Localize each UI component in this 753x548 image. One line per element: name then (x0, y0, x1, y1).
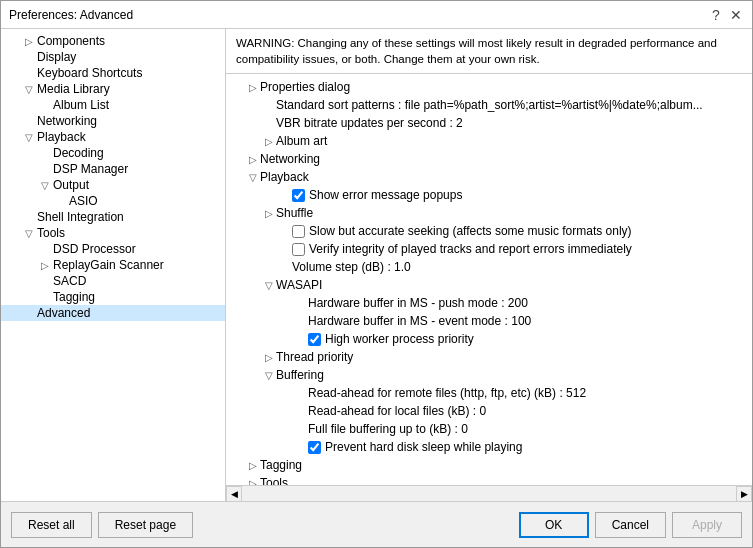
settings-row-prevent-sleep[interactable]: Prevent hard disk sleep while playing (226, 438, 752, 456)
settings-row-full-file-buffering[interactable]: Full file buffering up to (kB) : 0 (226, 420, 752, 438)
sidebar-item-playback[interactable]: ▽ Playback (1, 129, 225, 145)
sidebar-item-media-library[interactable]: ▽ Media Library (1, 81, 225, 97)
sidebar-item-advanced[interactable]: Advanced (1, 305, 225, 321)
settings-label-volume-step: Volume step (dB) : 1.0 (292, 260, 411, 274)
settings-label-properties-dialog: Properties dialog (260, 80, 350, 94)
sidebar-label-sacd: SACD (53, 274, 86, 288)
settings-label-wasapi: WASAPI (276, 278, 322, 292)
expand-icon-shuffle: ▷ (262, 208, 276, 219)
settings-row-tools-group[interactable]: ▷ Tools (226, 474, 752, 485)
warning-text: WARNING: Changing any of these settings … (236, 37, 717, 65)
settings-row-show-error[interactable]: Show error message popups (226, 186, 752, 204)
title-bar: Preferences: Advanced ? ✕ (1, 1, 752, 29)
checkbox-high-worker-input[interactable] (308, 333, 321, 346)
settings-label-read-ahead-remote: Read-ahead for remote files (http, ftp, … (308, 386, 586, 400)
sidebar-label-components: Components (37, 34, 105, 48)
expand-icon-replaygain: ▷ (37, 260, 53, 271)
expand-icon-wasapi: ▽ (262, 280, 276, 291)
horizontal-scrollbar[interactable]: ◀ ▶ (226, 485, 752, 501)
settings-row-album-art[interactable]: ▷ Album art (226, 132, 752, 150)
sidebar-item-replaygain[interactable]: ▷ ReplayGain Scanner (1, 257, 225, 273)
settings-row-standard-sort[interactable]: Standard sort patterns : file path=%path… (226, 96, 752, 114)
bottom-bar: Reset all Reset page OK Cancel Apply (1, 501, 752, 547)
content-area: ▷ Components Display Keyboard Shortcuts … (1, 29, 752, 501)
checkbox-high-worker[interactable]: High worker process priority (308, 332, 474, 346)
settings-label-album-art: Album art (276, 134, 327, 148)
sidebar-label-replaygain: ReplayGain Scanner (53, 258, 164, 272)
settings-row-hw-buffer-event[interactable]: Hardware buffer in MS - event mode : 100 (226, 312, 752, 330)
sidebar-item-components[interactable]: ▷ Components (1, 33, 225, 49)
settings-area[interactable]: ▷ Properties dialog Standard sort patter… (226, 74, 752, 485)
checkbox-prevent-sleep-input[interactable] (308, 441, 321, 454)
sidebar-item-networking[interactable]: Networking (1, 113, 225, 129)
scroll-left-btn[interactable]: ◀ (226, 486, 242, 502)
settings-label-playback-group: Playback (260, 170, 309, 184)
settings-label-hw-buffer-push: Hardware buffer in MS - push mode : 200 (308, 296, 528, 310)
scroll-right-btn[interactable]: ▶ (736, 486, 752, 502)
sidebar-item-keyboard-shortcuts[interactable]: Keyboard Shortcuts (1, 65, 225, 81)
sidebar-label-asio: ASIO (69, 194, 98, 208)
settings-row-playback-group[interactable]: ▽ Playback (226, 168, 752, 186)
help-button[interactable]: ? (708, 7, 724, 23)
reset-all-button[interactable]: Reset all (11, 512, 92, 538)
sidebar-item-album-list[interactable]: Album List (1, 97, 225, 113)
settings-row-wasapi[interactable]: ▽ WASAPI (226, 276, 752, 294)
sidebar-label-album-list: Album List (53, 98, 109, 112)
settings-row-buffering[interactable]: ▽ Buffering (226, 366, 752, 384)
sidebar-item-output[interactable]: ▽ Output (1, 177, 225, 193)
sidebar-item-dsd-processor[interactable]: DSD Processor (1, 241, 225, 257)
scroll-track[interactable] (242, 486, 736, 502)
sidebar-label-keyboard-shortcuts: Keyboard Shortcuts (37, 66, 142, 80)
apply-button[interactable]: Apply (672, 512, 742, 538)
settings-row-thread-priority[interactable]: ▷ Thread priority (226, 348, 752, 366)
settings-label-shuffle: Shuffle (276, 206, 313, 220)
settings-row-networking[interactable]: ▷ Networking (226, 150, 752, 168)
sidebar-item-sacd[interactable]: SACD (1, 273, 225, 289)
sidebar-label-media-library: Media Library (37, 82, 110, 96)
sidebar-item-tagging[interactable]: Tagging (1, 289, 225, 305)
sidebar-item-shell-integration[interactable]: Shell Integration (1, 209, 225, 225)
settings-row-shuffle[interactable]: ▷ Shuffle (226, 204, 752, 222)
checkbox-slow-accurate[interactable]: Slow but accurate seeking (affects some … (292, 224, 632, 238)
settings-row-volume-step[interactable]: Volume step (dB) : 1.0 (226, 258, 752, 276)
sidebar-label-dsd-processor: DSD Processor (53, 242, 136, 256)
settings-label-read-ahead-local: Read-ahead for local files (kB) : 0 (308, 404, 486, 418)
settings-row-read-ahead-remote[interactable]: Read-ahead for remote files (http, ftp, … (226, 384, 752, 402)
sidebar-label-networking: Networking (37, 114, 97, 128)
settings-label-prevent-sleep: Prevent hard disk sleep while playing (325, 440, 522, 454)
settings-row-high-worker[interactable]: High worker process priority (226, 330, 752, 348)
sidebar-item-dsp-manager[interactable]: DSP Manager (1, 161, 225, 177)
checkbox-show-error[interactable]: Show error message popups (292, 188, 462, 202)
expand-icon-components: ▷ (21, 36, 37, 47)
sidebar-item-asio[interactable]: ASIO (1, 193, 225, 209)
expand-icon-album-art: ▷ (262, 136, 276, 147)
checkbox-show-error-input[interactable] (292, 189, 305, 202)
expand-icon-tagging-group: ▷ (246, 460, 260, 471)
settings-row-vbr-bitrate[interactable]: VBR bitrate updates per second : 2 (226, 114, 752, 132)
sidebar: ▷ Components Display Keyboard Shortcuts … (1, 29, 226, 501)
checkbox-verify-integrity[interactable]: Verify integrity of played tracks and re… (292, 242, 632, 256)
title-bar-left: Preferences: Advanced (9, 8, 133, 22)
sidebar-label-playback: Playback (37, 130, 86, 144)
ok-button[interactable]: OK (519, 512, 589, 538)
sidebar-label-display: Display (37, 50, 76, 64)
close-button[interactable]: ✕ (728, 7, 744, 23)
sidebar-label-advanced: Advanced (37, 306, 90, 320)
settings-row-hw-buffer-push[interactable]: Hardware buffer in MS - push mode : 200 (226, 294, 752, 312)
checkbox-verify-integrity-input[interactable] (292, 243, 305, 256)
reset-page-button[interactable]: Reset page (98, 512, 193, 538)
settings-row-read-ahead-local[interactable]: Read-ahead for local files (kB) : 0 (226, 402, 752, 420)
sidebar-item-tools[interactable]: ▽ Tools (1, 225, 225, 241)
checkbox-slow-accurate-input[interactable] (292, 225, 305, 238)
expand-icon-playback: ▽ (21, 132, 37, 143)
checkbox-prevent-sleep[interactable]: Prevent hard disk sleep while playing (308, 440, 522, 454)
sidebar-item-display[interactable]: Display (1, 49, 225, 65)
bottom-right-buttons: OK Cancel Apply (519, 512, 742, 538)
title-bar-right: ? ✕ (708, 7, 744, 23)
settings-row-properties-dialog[interactable]: ▷ Properties dialog (226, 78, 752, 96)
cancel-button[interactable]: Cancel (595, 512, 666, 538)
settings-row-tagging-group[interactable]: ▷ Tagging (226, 456, 752, 474)
settings-row-verify-integrity[interactable]: Verify integrity of played tracks and re… (226, 240, 752, 258)
settings-row-slow-accurate[interactable]: Slow but accurate seeking (affects some … (226, 222, 752, 240)
sidebar-item-decoding[interactable]: Decoding (1, 145, 225, 161)
